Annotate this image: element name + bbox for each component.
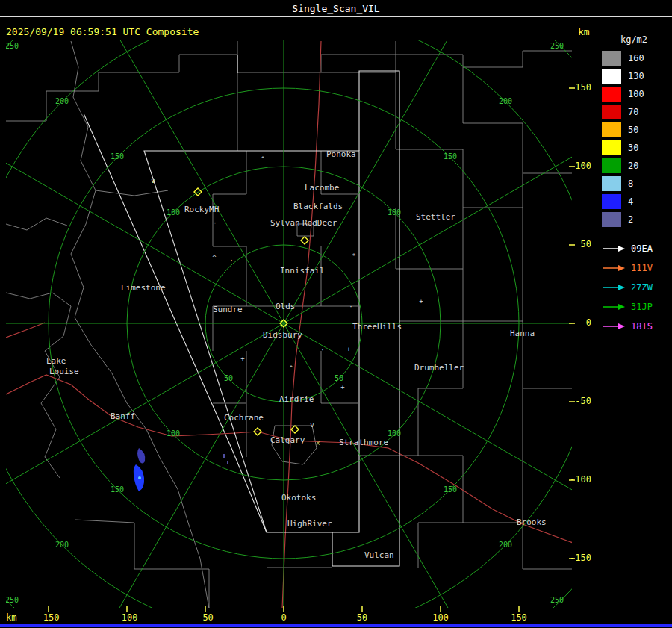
city-label: ThreeHills: [352, 322, 402, 332]
y-axis-tick-label: 100: [561, 161, 591, 171]
range-rings: [0, 0, 672, 628]
city-label: Airdrie: [279, 394, 314, 404]
radar-id-legend: 09EA111V27ZW31JP18TS: [597, 239, 671, 336]
map-symbol: v: [310, 421, 314, 429]
range-ring-label: 250: [550, 42, 564, 50]
city-label: HighRiver: [287, 519, 332, 529]
map-symbol: *: [352, 252, 355, 260]
radar-id-label: 18TS: [631, 321, 653, 332]
range-ring-label: 150: [444, 485, 457, 494]
map-symbol: ^: [261, 155, 265, 163]
color-scale-row: 100: [597, 85, 671, 103]
radar-arrow-icon: [597, 283, 627, 292]
city-label: RedDeer: [302, 218, 337, 228]
color-scale-value: 160: [628, 53, 644, 63]
precip-echo: [134, 448, 228, 491]
color-scale-value: 8: [628, 178, 633, 189]
range-ring-label: 250: [550, 596, 564, 604]
radar-id-label: 09EA: [631, 243, 653, 254]
range-ring-label: 150: [111, 485, 124, 494]
map-symbol: ·: [320, 346, 324, 354]
legend-panel: kg/m2 16013010070503020842 09EA111V27ZW3…: [597, 34, 671, 336]
color-swatch: [602, 158, 621, 173]
x-axis-tick-label: -150: [38, 612, 60, 623]
city-label: Ponoka: [326, 149, 356, 159]
y-axis-tick-label: 150: [561, 82, 591, 93]
radar-legend-row: 27ZW: [597, 278, 671, 297]
radar-arrow-icon: [597, 302, 627, 311]
bottom-bar: [0, 624, 672, 627]
color-swatch: [602, 140, 621, 155]
color-scale-value: 30: [628, 143, 638, 153]
color-swatch: [602, 122, 621, 137]
map-symbol: ^: [212, 254, 217, 261]
radar-arrow-icon: [597, 244, 627, 253]
range-ring-label: 250: [5, 42, 19, 50]
city-label: Okotoks: [281, 493, 316, 503]
color-scale-row: 50: [597, 121, 671, 139]
radar-site-marker: [291, 426, 299, 433]
color-swatch: [602, 212, 621, 227]
city-label: Blackfalds: [293, 202, 343, 211]
city-label: Vulcan: [364, 550, 394, 560]
city-label: Olds: [276, 302, 296, 311]
color-swatch: [602, 176, 621, 191]
radar-id-label: 27ZW: [631, 282, 653, 293]
radar-arrow-icon: [597, 264, 627, 273]
radar-legend-row: 111V: [597, 258, 671, 278]
x-axis-tick-label: 100: [432, 612, 449, 623]
range-ring-label: 150: [111, 152, 124, 161]
city-label: Innisfail: [280, 266, 325, 276]
city-label: Didsbury: [263, 330, 302, 340]
color-scale-value: 70: [628, 107, 638, 117]
range-ring-label: 100: [388, 429, 401, 438]
radar-site-marker: [301, 237, 308, 244]
range-ring-label: 200: [499, 541, 512, 549]
color-scale: 16013010070503020842: [597, 49, 671, 228]
city-label: Stettler: [416, 212, 455, 222]
range-ring-label: 100: [388, 208, 401, 217]
x-axis-tick-label: 150: [511, 612, 527, 623]
color-swatch: [602, 69, 621, 84]
x-axis-tick-label: 50: [357, 612, 367, 623]
map-symbol: ·: [213, 220, 217, 227]
city-label: Calgary: [270, 435, 305, 445]
color-scale-value: 20: [628, 161, 638, 171]
city-label: Limestone: [121, 283, 166, 293]
city-label: RockyMH: [184, 205, 219, 214]
color-scale-row: 20: [597, 157, 671, 175]
y-axis-tick-label: 0: [561, 317, 591, 328]
color-swatch: [602, 194, 621, 209]
y-axis-tick-label: 50: [561, 239, 591, 249]
range-ring-label: 50: [224, 374, 233, 382]
radar-map: 5050100100100100150150150150200200200200…: [0, 0, 672, 628]
map-symbol: +: [240, 355, 245, 362]
range-ring-label: 250: [5, 596, 19, 604]
map-symbol: ·: [229, 257, 233, 264]
color-scale-row: 30: [597, 139, 671, 157]
color-scale-row: 130: [597, 67, 671, 85]
map-symbol: ^: [289, 364, 293, 372]
color-scale-row: 4: [597, 193, 671, 211]
range-ring-label: 200: [499, 97, 512, 105]
range-ring-label: 100: [167, 208, 180, 217]
color-scale-value: 50: [628, 125, 638, 135]
x-axis-tick-label: -100: [116, 612, 138, 623]
color-scale-value: 100: [628, 89, 644, 99]
color-scale-row: 2: [597, 211, 671, 228]
city-label: Drumheller: [414, 363, 464, 373]
map-symbol: x: [316, 439, 320, 447]
range-ring-label: 200: [55, 97, 69, 105]
radar-legend-row: 31JP: [597, 297, 671, 317]
city-label: Louise: [49, 367, 79, 376]
city-label: Sundre: [213, 305, 243, 314]
color-swatch: [602, 105, 621, 119]
city-label: Sylvan: [270, 218, 300, 228]
city-label: Strathmore: [339, 438, 388, 447]
city-label: Banff: [111, 411, 135, 421]
x-axis-tick-label: -50: [197, 612, 214, 623]
color-scale-row: 160: [597, 49, 671, 67]
city-label: Lake: [46, 356, 66, 366]
color-scale-value: 4: [628, 196, 633, 207]
axis-ticks: [49, 88, 575, 612]
